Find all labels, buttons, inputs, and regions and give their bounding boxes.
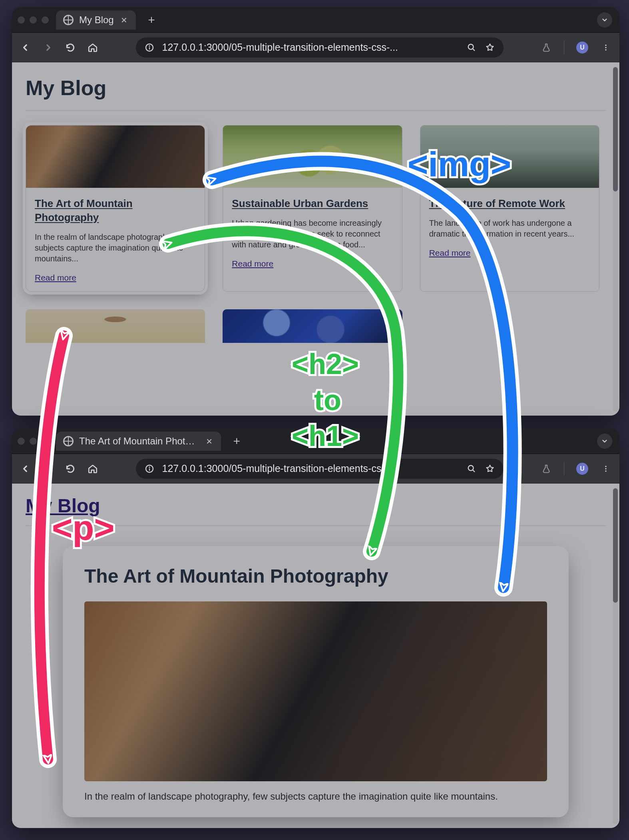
profile-avatar[interactable]: U xyxy=(576,463,588,475)
arrow-right-icon xyxy=(43,464,53,474)
forward-button[interactable] xyxy=(42,42,54,53)
titlebar: The Art of Mountain Photogra × + xyxy=(12,428,619,454)
tabs-overflow-button[interactable] xyxy=(597,434,612,449)
reload-icon xyxy=(65,42,76,53)
browser-window-bottom: The Art of Mountain Photogra × + xyxy=(12,428,619,828)
omnibox[interactable]: 127.0.0.1:3000/05-multiple-transition-el… xyxy=(136,38,504,58)
scrollbar-thumb[interactable] xyxy=(613,488,618,603)
home-button[interactable] xyxy=(87,463,98,474)
close-window-dot[interactable] xyxy=(18,438,25,445)
tab-title: The Art of Mountain Photogra xyxy=(79,436,199,447)
minimize-window-dot[interactable] xyxy=(30,16,37,24)
svg-point-12 xyxy=(605,468,606,469)
browser-window-top: My Blog × + xyxy=(12,7,619,416)
zoom-icon[interactable] xyxy=(466,463,477,474)
post-card[interactable]: Sustainable Urban Gardens Urban gardenin… xyxy=(223,125,402,292)
article-title: The Art of Mountain Photography xyxy=(84,565,547,587)
labs-icon[interactable] xyxy=(541,463,552,474)
post-excerpt: In the realm of landscape photography, f… xyxy=(35,232,196,264)
arrow-left-icon xyxy=(20,42,31,53)
svg-point-4 xyxy=(605,44,606,46)
bookmark-icon[interactable] xyxy=(484,42,496,53)
post-excerpt: Urban gardening has become increasingly … xyxy=(232,218,393,250)
svg-point-6 xyxy=(605,49,606,50)
post-card[interactable]: The Art of Mountain Photography In the r… xyxy=(26,125,205,292)
read-more-link[interactable]: Read more xyxy=(35,273,76,283)
reload-icon xyxy=(65,464,76,474)
page-viewport-bottom: My Blog The Art of Mountain Photography … xyxy=(12,484,619,828)
tabs-overflow-button[interactable] xyxy=(597,12,612,28)
forward-button[interactable] xyxy=(42,463,54,474)
zoom-icon[interactable] xyxy=(466,42,477,53)
home-icon xyxy=(88,464,98,474)
tab-close-icon[interactable]: × xyxy=(205,436,214,446)
post-card[interactable]: The Future of Remote Work The landscape … xyxy=(420,125,599,292)
omnibox[interactable]: 127.0.0.1:3000/05-multiple-transition-el… xyxy=(136,459,504,479)
new-tab-button[interactable]: + xyxy=(230,434,243,448)
home-icon xyxy=(88,42,98,53)
globe-icon xyxy=(63,15,74,25)
svg-rect-9 xyxy=(149,468,150,471)
maximize-window-dot[interactable] xyxy=(42,438,49,445)
post-thumbnail xyxy=(26,125,205,188)
post-title-link[interactable]: The Future of Remote Work xyxy=(429,197,590,211)
article-hero-image xyxy=(84,601,547,781)
read-more-link[interactable]: Read more xyxy=(232,259,273,269)
browser-tab[interactable]: My Blog × xyxy=(56,10,136,30)
svg-point-1 xyxy=(149,45,150,46)
site-home-link[interactable]: My Blog xyxy=(26,495,100,516)
divider xyxy=(26,525,606,526)
arrow-left-icon xyxy=(20,464,31,474)
read-more-link[interactable]: Read more xyxy=(429,248,471,258)
article-body: In the realm of landscape photography, f… xyxy=(84,791,547,802)
back-button[interactable] xyxy=(20,42,31,53)
home-button[interactable] xyxy=(87,42,98,53)
divider xyxy=(564,41,564,54)
post-title-link[interactable]: The Art of Mountain Photography xyxy=(35,197,196,225)
post-thumbnail xyxy=(420,125,599,188)
globe-icon xyxy=(63,436,74,446)
window-controls[interactable] xyxy=(18,16,49,24)
scrollbar[interactable] xyxy=(613,66,618,412)
tab-title: My Blog xyxy=(79,14,114,26)
minimize-window-dot[interactable] xyxy=(30,438,37,445)
close-window-dot[interactable] xyxy=(18,16,25,24)
maximize-window-dot[interactable] xyxy=(42,16,49,24)
chevron-down-icon xyxy=(601,438,608,445)
tab-close-icon[interactable]: × xyxy=(119,15,129,25)
divider xyxy=(26,110,606,111)
info-icon[interactable] xyxy=(144,42,155,53)
post-thumbnail xyxy=(223,125,402,188)
scrollbar-thumb[interactable] xyxy=(613,67,618,191)
page-viewport-top: My Blog The Art of Mountain Photography … xyxy=(12,62,619,416)
scrollbar[interactable] xyxy=(613,488,618,824)
reload-button[interactable] xyxy=(65,463,76,474)
post-excerpt: The landscape of work has undergone a dr… xyxy=(429,218,590,239)
svg-point-5 xyxy=(605,47,606,48)
url-text: 127.0.0.1:3000/05-multiple-transition-el… xyxy=(162,42,459,53)
bookmark-icon[interactable] xyxy=(484,463,496,474)
new-tab-button[interactable]: + xyxy=(145,13,158,27)
titlebar: My Blog × + xyxy=(12,7,619,33)
svg-point-8 xyxy=(149,466,150,468)
url-text: 127.0.0.1:3000/05-multiple-transition-el… xyxy=(162,463,459,474)
info-icon[interactable] xyxy=(144,463,155,474)
browser-tab[interactable]: The Art of Mountain Photogra × xyxy=(56,432,221,451)
article-card: The Art of Mountain Photography In the r… xyxy=(66,549,565,814)
divider xyxy=(564,462,564,476)
profile-avatar[interactable]: U xyxy=(576,42,588,54)
labs-icon[interactable] xyxy=(541,42,552,53)
reload-button[interactable] xyxy=(65,42,76,53)
address-bar: 127.0.0.1:3000/05-multiple-transition-el… xyxy=(12,33,619,62)
svg-point-13 xyxy=(605,470,606,472)
kebab-menu-icon[interactable] xyxy=(600,463,611,474)
kebab-menu-icon[interactable] xyxy=(600,42,611,53)
post-thumbnail[interactable] xyxy=(26,309,205,343)
post-thumbnail[interactable] xyxy=(223,309,402,343)
back-button[interactable] xyxy=(20,463,31,474)
svg-rect-2 xyxy=(149,47,150,50)
svg-point-11 xyxy=(605,466,606,467)
window-controls[interactable] xyxy=(18,438,49,445)
post-title-link[interactable]: Sustainable Urban Gardens xyxy=(232,197,393,211)
arrow-right-icon xyxy=(43,42,53,53)
